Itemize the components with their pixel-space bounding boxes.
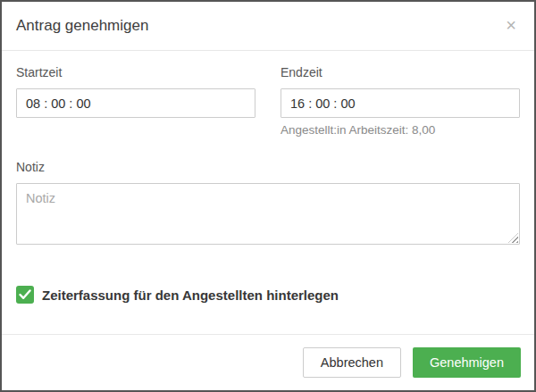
worktime-helper-text: Angestellt:in Arbeitszeit: 8,00 (281, 123, 520, 137)
endzeit-input[interactable] (281, 88, 520, 118)
checkmark-icon (19, 289, 31, 300)
dialog-body: Startzeit Endzeit Angestellt:in Arbeitsz… (2, 51, 534, 334)
startzeit-input[interactable] (16, 88, 255, 118)
endzeit-label: Endzeit (281, 65, 520, 79)
notiz-field-group: Notiz (16, 160, 520, 245)
dialog-header: Antrag genehmigen × (2, 2, 534, 51)
dialog-footer: Abbrechen Genehmigen (2, 334, 534, 390)
endzeit-field-group: Endzeit Angestellt:in Arbeitszeit: 8,00 (281, 65, 520, 137)
notiz-label: Notiz (16, 160, 520, 174)
close-icon[interactable]: × (500, 14, 522, 36)
notiz-textarea[interactable] (16, 183, 520, 245)
approve-request-dialog: Antrag genehmigen × Startzeit Endzeit An… (0, 0, 536, 392)
startzeit-field-group: Startzeit (16, 65, 255, 137)
approve-button[interactable]: Genehmigen (413, 347, 521, 378)
startzeit-label: Startzeit (16, 65, 255, 79)
timetracking-checkbox-label[interactable]: Zeiterfassung für den Angestellten hinte… (42, 288, 339, 303)
time-fields-row: Startzeit Endzeit Angestellt:in Arbeitsz… (16, 65, 520, 137)
cancel-button[interactable]: Abbrechen (303, 347, 401, 378)
timetracking-checkbox[interactable] (16, 286, 34, 304)
notiz-textarea-wrap (16, 183, 520, 245)
timetracking-checkbox-row: Zeiterfassung für den Angestellten hinte… (16, 286, 520, 304)
dialog-title: Antrag genehmigen (16, 17, 148, 35)
